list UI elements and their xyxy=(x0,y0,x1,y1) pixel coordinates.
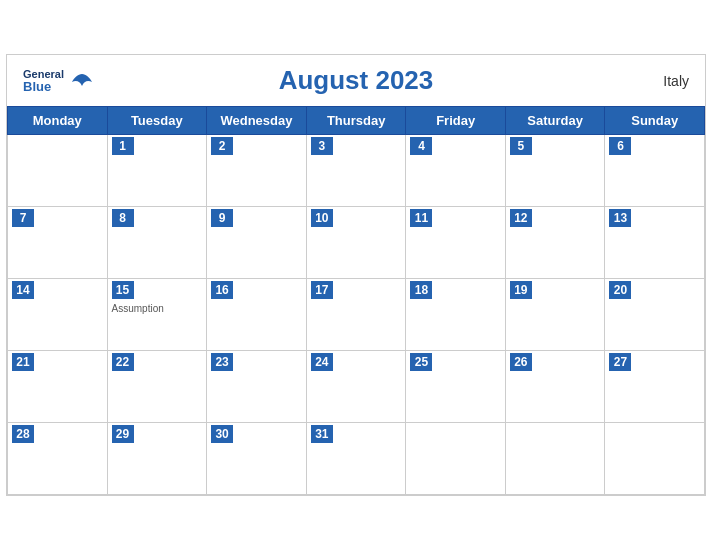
day-number: 18 xyxy=(410,281,432,299)
weekday-header-friday: Friday xyxy=(406,107,505,135)
calendar-header: General Blue August 2023 Italy xyxy=(7,55,705,106)
weekday-header-wednesday: Wednesday xyxy=(207,107,307,135)
day-cell: 23 xyxy=(207,351,307,423)
day-number: 27 xyxy=(609,353,631,371)
day-number: 2 xyxy=(211,137,233,155)
calendar: General Blue August 2023 Italy MondayTue… xyxy=(6,54,706,496)
day-number: 26 xyxy=(510,353,532,371)
day-number: 19 xyxy=(510,281,532,299)
logo-blue: Blue xyxy=(23,80,64,93)
day-number: 12 xyxy=(510,209,532,227)
weekday-header-sunday: Sunday xyxy=(605,107,705,135)
day-cell: 5 xyxy=(505,135,605,207)
day-cell: 21 xyxy=(8,351,108,423)
day-number: 6 xyxy=(609,137,631,155)
day-number: 29 xyxy=(112,425,134,443)
week-row-2: 78910111213 xyxy=(8,207,705,279)
day-cell: 3 xyxy=(306,135,406,207)
weekday-header-thursday: Thursday xyxy=(306,107,406,135)
day-number: 7 xyxy=(12,209,34,227)
day-cell: 11 xyxy=(406,207,505,279)
day-number: 25 xyxy=(410,353,432,371)
day-number: 30 xyxy=(211,425,233,443)
day-cell xyxy=(406,423,505,495)
day-number: 17 xyxy=(311,281,333,299)
logo-bird-icon xyxy=(68,72,96,90)
day-cell: 2 xyxy=(207,135,307,207)
day-cell: 14 xyxy=(8,279,108,351)
day-cell: 6 xyxy=(605,135,705,207)
day-cell: 17 xyxy=(306,279,406,351)
day-cell xyxy=(505,423,605,495)
day-number: 16 xyxy=(211,281,233,299)
day-cell: 20 xyxy=(605,279,705,351)
day-number: 10 xyxy=(311,209,333,227)
logo-area: General Blue xyxy=(23,69,96,93)
day-number: 22 xyxy=(112,353,134,371)
day-number: 9 xyxy=(211,209,233,227)
day-number: 5 xyxy=(510,137,532,155)
day-cell: 30 xyxy=(207,423,307,495)
country-label: Italy xyxy=(663,73,689,89)
day-cell: 4 xyxy=(406,135,505,207)
day-cell: 31 xyxy=(306,423,406,495)
day-number: 3 xyxy=(311,137,333,155)
day-event: Assumption xyxy=(112,303,203,314)
week-row-3: 1415Assumption1617181920 xyxy=(8,279,705,351)
day-number: 4 xyxy=(410,137,432,155)
day-cell: 16 xyxy=(207,279,307,351)
day-cell: 26 xyxy=(505,351,605,423)
day-cell: 18 xyxy=(406,279,505,351)
day-number: 23 xyxy=(211,353,233,371)
day-cell xyxy=(8,135,108,207)
day-cell: 8 xyxy=(107,207,207,279)
week-row-1: 123456 xyxy=(8,135,705,207)
day-cell: 13 xyxy=(605,207,705,279)
day-number: 15 xyxy=(112,281,134,299)
day-cell xyxy=(605,423,705,495)
day-number: 31 xyxy=(311,425,333,443)
calendar-table: MondayTuesdayWednesdayThursdayFridaySatu… xyxy=(7,106,705,495)
day-cell: 7 xyxy=(8,207,108,279)
day-number: 1 xyxy=(112,137,134,155)
weekday-header-monday: Monday xyxy=(8,107,108,135)
day-cell: 1 xyxy=(107,135,207,207)
day-cell: 22 xyxy=(107,351,207,423)
day-cell: 19 xyxy=(505,279,605,351)
day-number: 8 xyxy=(112,209,134,227)
day-number: 28 xyxy=(12,425,34,443)
day-cell: 29 xyxy=(107,423,207,495)
day-cell: 15Assumption xyxy=(107,279,207,351)
calendar-body: 123456789101112131415Assumption161718192… xyxy=(8,135,705,495)
week-row-5: 28293031 xyxy=(8,423,705,495)
day-cell: 12 xyxy=(505,207,605,279)
day-number: 11 xyxy=(410,209,432,227)
day-number: 24 xyxy=(311,353,333,371)
calendar-thead: MondayTuesdayWednesdayThursdayFridaySatu… xyxy=(8,107,705,135)
week-row-4: 21222324252627 xyxy=(8,351,705,423)
day-number: 13 xyxy=(609,209,631,227)
day-cell: 25 xyxy=(406,351,505,423)
day-cell: 28 xyxy=(8,423,108,495)
day-cell: 24 xyxy=(306,351,406,423)
day-number: 21 xyxy=(12,353,34,371)
day-cell: 9 xyxy=(207,207,307,279)
day-cell: 27 xyxy=(605,351,705,423)
weekday-header-row: MondayTuesdayWednesdayThursdayFridaySatu… xyxy=(8,107,705,135)
day-number: 20 xyxy=(609,281,631,299)
weekday-header-tuesday: Tuesday xyxy=(107,107,207,135)
calendar-title: August 2023 xyxy=(279,65,434,96)
weekday-header-saturday: Saturday xyxy=(505,107,605,135)
day-cell: 10 xyxy=(306,207,406,279)
day-number: 14 xyxy=(12,281,34,299)
